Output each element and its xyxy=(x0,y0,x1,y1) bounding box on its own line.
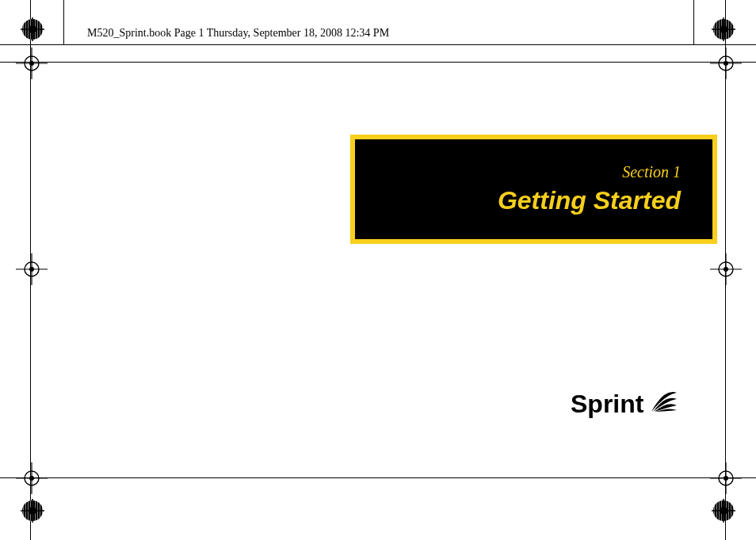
sprint-logo: Sprint xyxy=(571,388,680,420)
registration-mark-icon xyxy=(710,48,742,79)
registration-mark-icon xyxy=(16,462,48,494)
header-vrule-right xyxy=(693,0,694,44)
header-vrule-left xyxy=(63,0,64,44)
sprint-fan-icon xyxy=(648,385,680,420)
sprint-logo-text: Sprint xyxy=(571,390,643,419)
target-mark-icon xyxy=(21,17,44,41)
crop-line-bottom xyxy=(0,477,756,478)
section-title: Getting Started xyxy=(498,186,681,215)
section-title-box: Section 1 Getting Started xyxy=(350,135,717,244)
registration-mark-icon xyxy=(710,253,742,285)
page-header-text: M520_Sprint.book Page 1 Thursday, Septem… xyxy=(87,27,389,40)
registration-mark-icon xyxy=(710,462,742,494)
section-label: Section 1 xyxy=(622,163,681,181)
target-mark-icon xyxy=(21,499,44,523)
target-mark-icon xyxy=(712,499,735,523)
registration-mark-icon xyxy=(16,48,48,79)
header-rule xyxy=(0,44,756,45)
target-mark-icon xyxy=(712,17,735,41)
crop-line-top xyxy=(0,62,756,63)
registration-mark-icon xyxy=(16,253,48,285)
